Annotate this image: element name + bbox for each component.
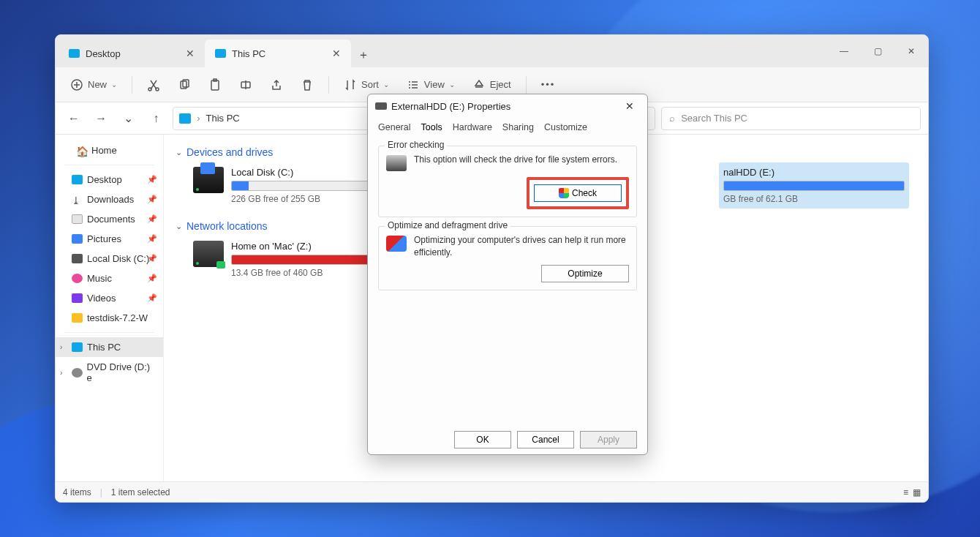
section-label: Network locations [186,220,268,232]
pin-icon: 📌 [147,195,157,204]
minimize-button[interactable]: — [827,35,861,67]
sidebar-item-testdisk[interactable]: testdisk-7.2-W [56,308,163,328]
cut-button[interactable] [140,74,167,96]
back-button[interactable]: ← [63,108,85,129]
sidebar-item-localdisk[interactable]: Local Disk (C:)📌 [56,249,163,268]
optimize-description: Optimizing your computer's drives can he… [414,234,629,259]
svg-rect-5 [211,80,219,90]
cancel-button[interactable]: Cancel [517,431,574,448]
thumbnails-view-icon[interactable]: ▦ [913,487,921,497]
sort-icon [344,78,357,91]
tab-this-pc[interactable]: This PC ✕ [205,40,351,67]
maximize-button[interactable]: ▢ [861,35,894,67]
rename-button[interactable] [232,74,260,96]
sidebar-label: testdisk-7.2-W [87,312,148,323]
sidebar-item-desktop[interactable]: Desktop📌 [56,170,163,189]
copy-button[interactable] [170,74,198,96]
drive-free-text: 226 GB free of 255 GB [231,194,374,204]
sort-button[interactable]: Sort ⌄ [336,74,396,96]
tab-sharing[interactable]: Sharing [502,118,534,138]
trash-icon [301,78,314,91]
check-button[interactable]: Check [534,184,622,202]
plus-circle-icon [70,78,83,91]
chevron-down-icon: ⌄ [449,80,455,89]
drive-space-bar [231,181,374,191]
apply-button[interactable]: Apply [580,431,637,448]
sidebar-item-downloads[interactable]: Downloads📌 [56,189,163,209]
sidebar-item-music[interactable]: Music📌 [56,268,163,288]
drive-external-e[interactable]: nalHDD (E:) GB free of 62.1 GB [719,162,909,209]
separator [328,76,329,94]
pictures-icon [72,234,83,244]
sidebar-item-thispc[interactable]: ›This PC [56,337,163,357]
close-tab-icon[interactable]: ✕ [332,48,341,59]
eject-button[interactable]: Eject [465,74,519,96]
more-button[interactable]: ••• [534,75,563,94]
paste-button[interactable] [201,74,229,96]
tab-desktop[interactable]: Desktop ✕ [59,40,205,67]
separator [64,332,154,333]
chevron-right-icon[interactable]: › [60,369,62,377]
tab-customize[interactable]: Customize [544,118,587,138]
chevron-down-icon: ⌄ [383,80,389,89]
optimize-button[interactable]: Optimize [541,265,629,282]
details-view-icon[interactable]: ≡ [903,487,908,497]
forward-button[interactable]: → [91,108,113,129]
close-tab-icon[interactable]: ✕ [186,48,195,59]
chevron-right-icon[interactable]: › [60,343,62,351]
sidebar-item-documents[interactable]: Documents📌 [56,209,163,229]
drive-free-text: GB free of 62.1 GB [723,194,905,204]
new-tab-button[interactable]: ＋ [351,42,376,67]
breadcrumb-location[interactable]: This PC [206,113,240,124]
sidebar-item-dvd[interactable]: ›DVD Drive (D:) e [56,357,163,388]
sidebar-label: DVD Drive (D:) e [87,361,156,383]
drive-name: Local Disk (C:) [231,167,374,178]
sidebar-item-home[interactable]: Home [56,140,163,160]
this-pc-icon [215,49,226,58]
search-icon: ⌕ [669,113,675,124]
defrag-icon [386,236,407,252]
up-button[interactable]: ↑ [146,108,167,129]
sidebar-label: Home [91,145,117,156]
recent-button[interactable]: ⌄ [118,108,140,129]
ellipsis-icon: ••• [541,79,556,90]
sidebar-label: Local Disk (C:) [87,253,149,264]
new-label: New [88,79,107,90]
sidebar-item-videos[interactable]: Videos📌 [56,288,163,308]
dialog-close-button[interactable]: ✕ [619,99,640,113]
tab-label: This PC [232,48,265,59]
share-button[interactable] [263,74,290,96]
location-icon [179,113,191,124]
tab-tools[interactable]: Tools [421,118,442,138]
sidebar-item-pictures[interactable]: Pictures📌 [56,229,163,249]
optimize-button-label: Optimize [568,268,602,279]
separator [132,76,132,94]
error-check-description: This option will check the drive for fil… [414,154,629,166]
dialog-titlebar[interactable]: ExternalHDD (E:) Properties ✕ [368,94,647,118]
network-drive-icon [193,241,224,267]
drive-space-bar [723,181,905,191]
new-button[interactable]: New ⌄ [63,74,124,96]
navigation-pane: Home Desktop📌 Downloads📌 Documents📌 Pict… [56,135,164,481]
drive-check-icon [386,155,407,171]
delete-button[interactable] [293,74,321,96]
group-title: Optimize and defragment drive [385,220,510,230]
desktop-icon [69,49,80,58]
tab-general[interactable]: General [378,118,410,138]
cut-icon [147,78,160,91]
view-button[interactable]: View ⌄ [399,74,462,96]
check-button-label: Check [572,188,597,198]
tab-hardware[interactable]: Hardware [453,118,492,138]
ok-button[interactable]: OK [454,431,511,448]
svg-point-2 [156,88,159,91]
group-optimize: Optimize and defragment drive Optimizing… [378,226,637,290]
drive-local-c[interactable]: Local Disk (C:) 226 GB free of 255 GB [189,162,379,209]
sidebar-label: Desktop [87,174,122,185]
status-bar: 4 items | 1 item selected ≡ ▦ [56,481,928,502]
dvd-icon [72,368,83,378]
drive-name: Home on 'Mac' (Z:) [231,241,374,252]
close-button[interactable]: ✕ [894,35,928,67]
drive-network-z[interactable]: Home on 'Mac' (Z:) 13.4 GB free of 460 G… [189,236,379,282]
videos-icon [72,293,83,303]
search-box[interactable]: ⌕ Search This PC [661,107,921,130]
